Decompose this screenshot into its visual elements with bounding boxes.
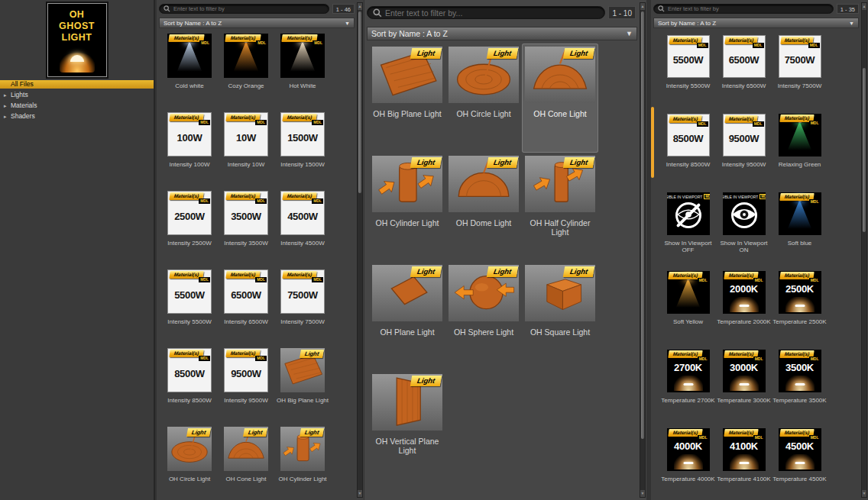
asset-thumbnail[interactable]: 7500WMaterial(s)MDL [779, 35, 821, 78]
product-thumbnail[interactable]: OH GHOST LIGHT [47, 3, 107, 77]
scroll-down-icon[interactable]: ▼ [640, 490, 645, 497]
asset-item-soft-blue[interactable]: Material(s)MDLSoft blue [772, 191, 828, 269]
asset-item-intensity-8500w[interactable]: 8500WMaterial(s)MDLIntensity 8500W [161, 347, 218, 425]
asset-item-temperature-2700k[interactable]: 2700KMaterial(s)MDLTemperature 2700K [660, 348, 716, 427]
asset-thumbnail[interactable]: 6500WMaterial(s)MDL [723, 35, 766, 78]
asset-item-cozy-orange[interactable]: Material(s)MDLCozy Orange [218, 32, 274, 111]
asset-thumbnail[interactable]: Light [525, 156, 595, 212]
asset-item-show-in-viewport-off[interactable]: VISIBLE IN VIEWPORTMDLShow In Viewport O… [660, 191, 716, 269]
asset-thumbnail[interactable]: 2500KMaterial(s)MDL [779, 271, 821, 314]
asset-item-intensity-10w[interactable]: 10WMaterial(s)MDLIntensity 10W [218, 111, 274, 189]
asset-item-oh-vertical-plane-light[interactable]: LightOH Vertical Plane Light [369, 371, 445, 480]
scrollbar[interactable]: ▲ ▼ [357, 2, 363, 498]
asset-thumbnail[interactable]: Light [224, 427, 268, 471]
asset-item-oh-cylinder-light[interactable]: LightOH Cylinder Light [369, 153, 445, 262]
asset-thumbnail[interactable]: VISIBLE IN VIEWPORTMDL [723, 192, 766, 235]
asset-item-intensity-6500w[interactable]: 6500WMaterial(s)MDLIntensity 6500W [218, 268, 274, 347]
asset-item-temperature-4500k[interactable]: 4500KMaterial(s)MDLTemperature 4500K [772, 427, 828, 500]
asset-thumbnail[interactable]: 5500WMaterial(s)MDL [667, 35, 710, 78]
asset-item-intensity-4500w[interactable]: 4500WMaterial(s)MDLIntensity 4500W [274, 189, 331, 268]
asset-item-soft-yellow[interactable]: Material(s)MDLSoft Yellow [660, 269, 716, 348]
asset-item-oh-sphere-light[interactable]: LightOH Sphere Light [445, 262, 522, 371]
asset-thumbnail[interactable]: 4100KMaterial(s)MDL [723, 428, 766, 471]
asset-item-intensity-7500w[interactable]: 7500WMaterial(s)MDLIntensity 7500W [772, 34, 828, 112]
asset-item-show-in-viewport-on[interactable]: VISIBLE IN VIEWPORTMDLShow In Viewport O… [716, 191, 772, 269]
asset-thumbnail[interactable]: Light [372, 47, 442, 103]
sidebar-item-materials[interactable]: ▸Materials [0, 102, 154, 110]
asset-thumbnail[interactable]: Light [449, 156, 519, 212]
scrollbar-thumb[interactable] [641, 11, 644, 439]
asset-item-intensity-5500w[interactable]: 5500WMaterial(s)MDLIntensity 5500W [660, 34, 716, 112]
scrollbar-thumb[interactable] [863, 68, 866, 232]
sidebar-item-lights[interactable]: ▸Lights [0, 91, 154, 99]
asset-thumbnail[interactable]: Material(s)MDL [167, 34, 212, 78]
scroll-down-icon[interactable]: ▼ [862, 490, 866, 497]
asset-item-temperature-3000k[interactable]: 3000KMaterial(s)MDLTemperature 3000K [716, 348, 772, 427]
asset-thumbnail[interactable]: 2000KMaterial(s)MDL [723, 271, 766, 314]
asset-item-oh-big-plane-light[interactable]: LightOH Big Plane Light [369, 44, 445, 153]
filter-input[interactable]: Enter text to filter by [653, 4, 834, 14]
scroll-up-icon[interactable]: ▲ [862, 3, 866, 10]
asset-thumbnail[interactable]: Material(s)MDL [779, 114, 821, 156]
asset-item-temperature-4000k[interactable]: 4000KMaterial(s)MDLTemperature 4000K [660, 427, 716, 500]
asset-thumbnail[interactable]: Material(s)MDL [667, 271, 710, 314]
asset-thumbnail[interactable]: 4500KMaterial(s)MDL [779, 428, 821, 471]
asset-item-temperature-2500k[interactable]: 2500KMaterial(s)MDLTemperature 2500K [772, 269, 828, 348]
asset-thumbnail[interactable]: 5500WMaterial(s)MDL [167, 269, 212, 314]
asset-thumbnail[interactable]: 100WMaterial(s)MDL [167, 112, 212, 156]
asset-item-oh-circle-light[interactable]: LightOH Circle Light [445, 44, 522, 153]
asset-thumbnail[interactable]: Material(s)MDL [224, 34, 268, 78]
expand-arrow-icon[interactable]: ▸ [4, 102, 8, 110]
asset-item-oh-dome-light[interactable]: LightOH Dome Light [445, 153, 522, 262]
asset-thumbnail[interactable]: 2500WMaterial(s)MDL [167, 191, 212, 235]
sort-dropdown[interactable]: Sort by Name : A to Z ▼ [367, 27, 637, 40]
asset-thumbnail[interactable]: 9500WMaterial(s)MDL [723, 114, 766, 156]
asset-item-temperature-4100k[interactable]: 4100KMaterial(s)MDLTemperature 4100K [716, 427, 772, 500]
asset-item-intensity-100w[interactable]: 100WMaterial(s)MDLIntensity 100W [161, 111, 218, 189]
chevron-down-icon[interactable]: ▼ [345, 21, 350, 26]
asset-item-relaxing-green[interactable]: Material(s)MDLRelaxing Green [772, 112, 828, 191]
asset-thumbnail[interactable]: Light [372, 374, 442, 431]
sidebar-item-all-files[interactable]: All Files [0, 80, 154, 89]
asset-item-intensity-2500w[interactable]: 2500WMaterial(s)MDLIntensity 2500W [161, 189, 218, 268]
asset-thumbnail[interactable]: 1500WMaterial(s)MDL [280, 112, 325, 156]
asset-item-oh-cylinder-light[interactable]: LightOH Cylinder Light [274, 425, 331, 500]
asset-item-oh-half-cylinder-light[interactable]: LightOH Half Cylinder Light [522, 153, 598, 262]
expand-arrow-icon[interactable]: ▸ [4, 91, 8, 99]
scrollbar-thumb[interactable] [358, 11, 361, 193]
asset-thumbnail[interactable]: 8500WMaterial(s)MDL [667, 114, 710, 156]
asset-item-oh-cone-light[interactable]: LightOH Cone Light [218, 425, 274, 500]
asset-item-intensity-8500w[interactable]: 8500WMaterial(s)MDLIntensity 8500W [660, 112, 716, 191]
asset-item-temperature-2000k[interactable]: 2000KMaterial(s)MDLTemperature 2000K [716, 269, 772, 348]
asset-item-intensity-3500w[interactable]: 3500WMaterial(s)MDLIntensity 3500W [218, 189, 274, 268]
asset-thumbnail[interactable]: 3500KMaterial(s)MDL [779, 350, 821, 392]
sort-dropdown[interactable]: Sort by Name : A to Z ▼ [653, 18, 859, 28]
scrollbar[interactable]: ▲ ▼ [861, 2, 867, 498]
sidebar-item-shaders[interactable]: ▸Shaders [0, 112, 154, 121]
asset-item-intensity-9500w[interactable]: 9500WMaterial(s)MDLIntensity 9500W [218, 347, 274, 425]
scroll-up-icon[interactable]: ▲ [358, 3, 362, 10]
asset-item-temperature-3500k[interactable]: 3500KMaterial(s)MDLTemperature 3500K [772, 348, 828, 427]
asset-item-cold-white[interactable]: Material(s)MDLCold white [161, 32, 218, 111]
asset-thumbnail[interactable]: Material(s)MDL [280, 34, 325, 78]
asset-thumbnail[interactable]: Light [372, 265, 442, 321]
asset-thumbnail[interactable]: 9500WMaterial(s)MDL [224, 348, 268, 392]
asset-thumbnail[interactable]: 3500WMaterial(s)MDL [224, 191, 268, 235]
asset-thumbnail[interactable]: 2700KMaterial(s)MDL [667, 350, 710, 392]
asset-thumbnail[interactable]: 7500WMaterial(s)MDL [280, 269, 325, 314]
asset-thumbnail[interactable]: Light [449, 265, 519, 321]
asset-thumbnail[interactable]: 4000KMaterial(s)MDL [667, 428, 710, 471]
asset-item-oh-circle-light[interactable]: LightOH Circle Light [161, 425, 218, 500]
asset-thumbnail[interactable]: VISIBLE IN VIEWPORTMDL [667, 192, 710, 235]
asset-item-hot-white[interactable]: Material(s)MDLHot White [274, 32, 331, 111]
sort-dropdown[interactable]: Sort by Name : A to Z ▼ [159, 18, 355, 28]
asset-item-oh-square-light[interactable]: LightOH Square Light [522, 262, 598, 371]
scrollbar[interactable]: ▲ ▼ [640, 2, 646, 498]
asset-thumbnail[interactable]: 6500WMaterial(s)MDL [224, 269, 268, 314]
filter-input[interactable]: Enter text to filter by... [367, 6, 605, 19]
scroll-up-icon[interactable]: ▲ [640, 3, 645, 10]
asset-thumbnail[interactable]: 4500WMaterial(s)MDL [280, 191, 325, 235]
asset-item-intensity-6500w[interactable]: 6500WMaterial(s)MDLIntensity 6500W [716, 34, 772, 112]
asset-thumbnail[interactable]: 8500WMaterial(s)MDL [167, 348, 212, 392]
asset-thumbnail[interactable]: Light [525, 265, 595, 321]
